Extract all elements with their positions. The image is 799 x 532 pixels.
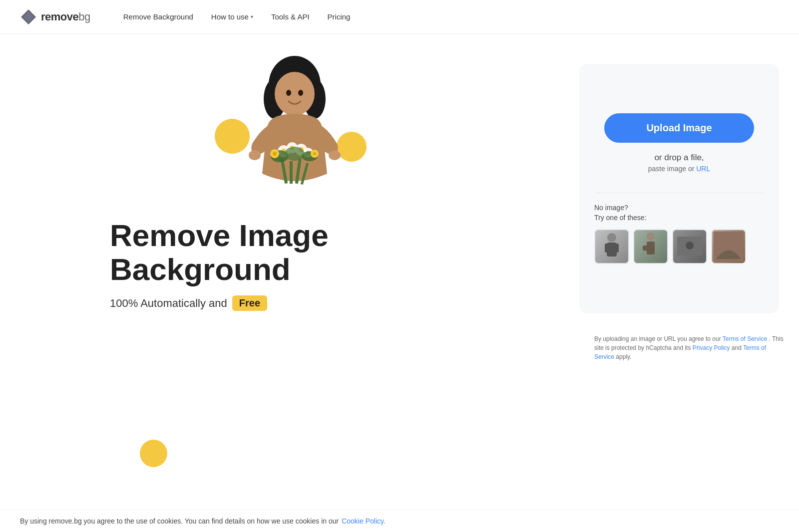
svg-point-28	[286, 90, 291, 96]
bottom-circle-decoration	[140, 440, 167, 467]
sample-thumb-3[interactable]	[672, 229, 707, 264]
url-link[interactable]: URL	[696, 165, 710, 173]
hero-title: Remove Image Background	[110, 219, 329, 286]
sample-thumb-1[interactable]	[594, 229, 629, 264]
hero-text: Remove Image Background 100% Automatical…	[110, 219, 329, 311]
svg-point-7	[249, 150, 261, 160]
chevron-down-icon: ▾	[251, 14, 253, 19]
svg-rect-33	[615, 244, 619, 253]
hero-section: Remove Image Background 100% Automatical…	[0, 34, 579, 507]
nav-tools-api[interactable]: Tools & API	[262, 8, 319, 25]
paste-text: paste image or URL	[648, 165, 711, 173]
svg-rect-10	[290, 161, 293, 184]
hero-image-container	[200, 54, 390, 204]
logo-link[interactable]: removebg	[20, 8, 90, 25]
upload-image-button[interactable]: Upload Image	[604, 113, 754, 143]
sample-label: No image? Try one of these:	[594, 203, 764, 223]
drop-text: or drop a file,	[654, 153, 704, 163]
svg-rect-36	[643, 246, 649, 251]
nav-how-to-use[interactable]: How to use ▾	[202, 8, 262, 25]
sample-section: No image? Try one of these:	[594, 193, 764, 264]
logo-text: removebg	[41, 10, 90, 23]
svg-point-34	[647, 233, 655, 241]
privacy-policy-link[interactable]: Privacy Policy	[693, 344, 730, 351]
logo-icon	[20, 8, 37, 25]
terms-text: By uploading an image or URL you agree t…	[589, 334, 789, 361]
right-panel-wrapper: Upload Image or drop a file, paste image…	[579, 34, 799, 507]
free-badge: Free	[232, 295, 267, 311]
svg-point-5	[275, 72, 315, 116]
svg-point-30	[607, 233, 616, 242]
main-content: Remove Image Background 100% Automatical…	[0, 34, 799, 507]
svg-rect-32	[605, 244, 609, 253]
svg-point-27	[313, 152, 316, 155]
svg-point-8	[329, 150, 341, 160]
terms-of-service-link[interactable]: Terms of Service	[723, 335, 767, 342]
navbar: removebg Remove Background How to use ▾ …	[0, 0, 799, 34]
upload-panel: Upload Image or drop a file, paste image…	[579, 64, 779, 313]
hero-subtitle: 100% Automatically and Free	[110, 295, 329, 311]
svg-point-29	[298, 90, 303, 96]
sample-images	[594, 229, 764, 264]
nav-links: Remove Background How to use ▾ Tools & A…	[114, 8, 360, 25]
nav-remove-background[interactable]: Remove Background	[114, 8, 202, 25]
svg-marker-1	[23, 11, 34, 22]
sample-thumb-2[interactable]	[633, 229, 668, 264]
svg-point-25	[273, 152, 277, 156]
svg-point-38	[686, 242, 694, 250]
nav-pricing[interactable]: Pricing	[319, 8, 360, 25]
hero-woman-figure	[230, 54, 360, 204]
svg-point-23	[285, 147, 305, 161]
sample-thumb-4[interactable]	[711, 229, 746, 264]
